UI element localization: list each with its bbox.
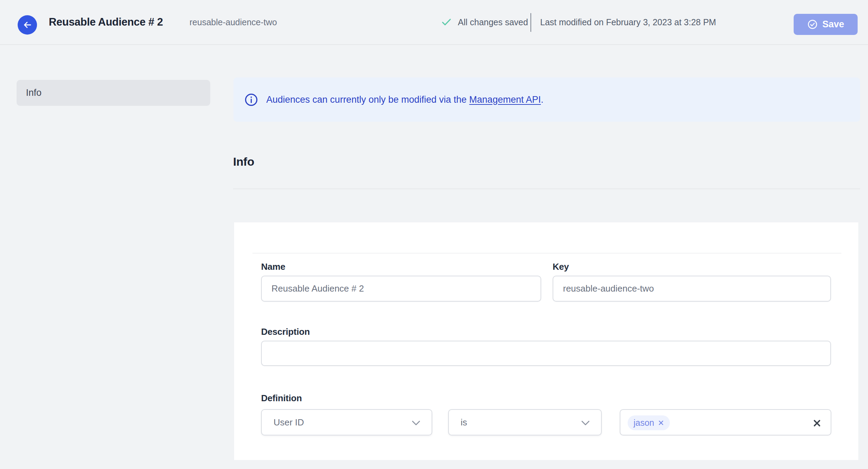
page-subtitle-key: reusable-audience-two [190, 0, 277, 44]
description-input[interactable] [261, 341, 831, 366]
banner-message: Audiences can currently only be modified… [266, 94, 544, 105]
section-heading: Info [233, 155, 254, 168]
info-circle-icon [244, 93, 258, 107]
chevron-down-icon [412, 420, 421, 426]
save-status-text: All changes saved [458, 0, 528, 44]
value-chip-label: jason [634, 418, 654, 428]
header-divider [530, 13, 531, 32]
value-chip[interactable]: jason [628, 415, 670, 430]
save-button[interactable]: Save [794, 14, 858, 35]
header: Reusable Audience # 2 reusable-audience-… [0, 0, 868, 45]
x-icon [813, 419, 821, 427]
definition-field-value: User ID [274, 417, 304, 428]
section-divider [233, 188, 860, 189]
sidebar-item-label: Info [26, 88, 41, 98]
name-input[interactable] [261, 276, 541, 302]
last-modified-text: Last modified on February 3, 2023 at 3:2… [540, 0, 716, 44]
key-input[interactable] [553, 276, 831, 302]
definition-values-input[interactable]: jason [620, 409, 831, 435]
check-icon [442, 0, 451, 44]
banner-message-text: Audiences can currently only be modified… [266, 94, 467, 105]
description-label: Description [261, 327, 310, 337]
chevron-down-icon [581, 420, 590, 426]
circle-check-icon [807, 19, 818, 30]
banner-message-suffix: . [541, 94, 544, 105]
key-label: Key [553, 261, 569, 272]
management-api-link[interactable]: Management API [469, 94, 541, 105]
save-button-label: Save [822, 19, 844, 30]
name-label: Name [261, 261, 285, 272]
card-top-divider [252, 253, 841, 254]
back-button[interactable] [18, 15, 37, 35]
definition-operator-value: is [461, 417, 467, 428]
definition-label: Definition [261, 393, 302, 404]
sidebar-item-info[interactable]: Info [17, 80, 210, 106]
arrow-left-icon [22, 20, 33, 30]
audience-editor-page: Reusable Audience # 2 reusable-audience-… [0, 0, 868, 469]
page-title: Reusable Audience # 2 [49, 0, 163, 44]
definition-operator-select[interactable]: is [448, 409, 602, 435]
definition-field-select[interactable]: User ID [261, 409, 432, 435]
info-banner: Audiences can currently only be modified… [233, 77, 860, 122]
info-form-card: Name Key Description Definition User ID … [234, 222, 858, 460]
clear-values-button[interactable] [812, 418, 822, 428]
x-icon[interactable] [658, 420, 664, 426]
